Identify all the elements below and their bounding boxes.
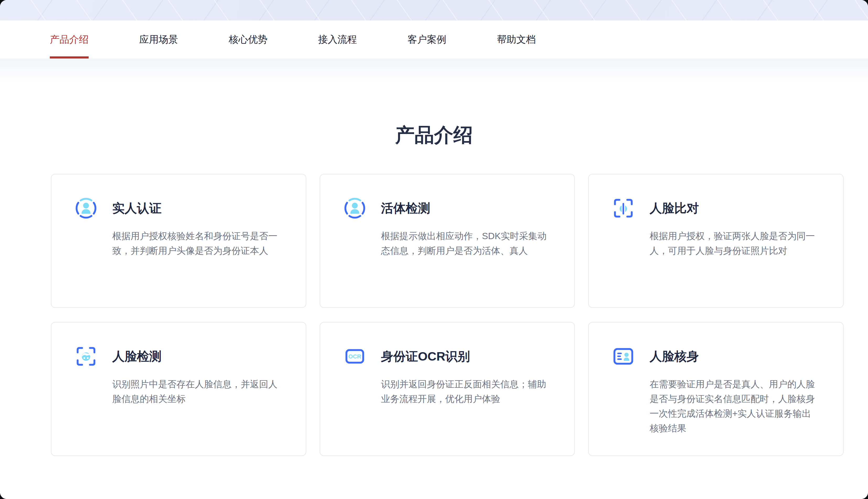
card-description: 在需要验证用户是否是真人、用户的人脸是否与身份证实名信息匹配时，人脸核身一次性完… (650, 377, 820, 436)
card-face-verification[interactable]: 人脸核身 在需要验证用户是否是真人、用户的人脸是否与身份证实名信息匹配时，人脸核… (588, 322, 844, 456)
card-title: 人脸比对 (650, 200, 699, 217)
page-title: 产品介绍 (0, 59, 868, 145)
card-head: OCR 身份证OCR识别 (344, 345, 551, 367)
decorative-header-band (0, 0, 868, 21)
card-title: 实人认证 (112, 200, 161, 217)
card-description: 识别照片中是否存在人脸信息，并返回人脸信息的相关坐标 (112, 377, 283, 406)
tab-product-intro[interactable]: 产品介绍 (50, 21, 89, 59)
tab-help-docs[interactable]: 帮助文档 (497, 21, 536, 59)
card-title: 人脸核身 (650, 348, 699, 365)
card-title: 身份证OCR识别 (381, 348, 470, 365)
card-head: 人脸核身 (612, 345, 820, 367)
card-face-detection[interactable]: 人脸检测 识别照片中是否存在人脸信息，并返回人脸信息的相关坐标 (51, 322, 306, 456)
person-dashed-circle-icon (75, 197, 97, 219)
ocr-badge-icon: OCR (344, 345, 366, 367)
svg-text:OCR: OCR (348, 353, 361, 360)
tab-customer-cases[interactable]: 客户案例 (407, 21, 446, 59)
card-liveness-detection[interactable]: 活体检测 根据提示做出相应动作，SDK实时采集动态信息，判断用户是否为活体、真人 (320, 174, 575, 308)
face-detect-viewfinder-icon (75, 345, 97, 367)
card-title: 人脸检测 (112, 348, 161, 365)
card-description: 识别并返回身份证正反面相关信息；辅助业务流程开展，优化用户体验 (381, 377, 551, 406)
card-head: 实人认证 (75, 197, 283, 219)
card-head: 人脸检测 (75, 345, 283, 367)
face-compare-viewfinder-icon (612, 197, 634, 219)
card-head: 活体检测 (344, 197, 551, 219)
tab-use-cases[interactable]: 应用场景 (139, 21, 178, 59)
tab-core-advantages[interactable]: 核心优势 (229, 21, 268, 59)
card-description: 根据用户授权，验证两张人脸是否为同一人，可用于人脸与身份证照片比对 (650, 229, 820, 258)
card-description: 根据提示做出相应动作，SDK实时采集动态信息，判断用户是否为活体、真人 (381, 229, 551, 258)
card-face-compare[interactable]: 人脸比对 根据用户授权，验证两张人脸是否为同一人，可用于人脸与身份证照片比对 (588, 174, 844, 308)
person-dashed-circle-icon (344, 197, 366, 219)
card-idcard-ocr[interactable]: OCR 身份证OCR识别 识别并返回身份证正反面相关信息；辅助业务流程开展，优化… (320, 322, 575, 456)
product-cards-grid: 实人认证 根据用户授权核验姓名和身份证号是否一致，并判断用户头像是否为身份证本人… (51, 174, 844, 456)
tab-integration-process[interactable]: 接入流程 (318, 21, 357, 59)
id-card-person-icon (612, 345, 634, 367)
product-intro-section: 产品介绍 实人认证 根据用户授权核验姓名和身份证号是否一致，并判断用户头像是否为… (0, 59, 868, 499)
card-description: 根据用户授权核验姓名和身份证号是否一致，并判断用户头像是否为身份证本人 (112, 229, 283, 258)
page-window: 产品介绍 应用场景 核心优势 接入流程 客户案例 帮助文档 产品介绍 (0, 0, 868, 499)
card-title: 活体检测 (381, 200, 430, 217)
section-navbar: 产品介绍 应用场景 核心优势 接入流程 客户案例 帮助文档 (0, 21, 868, 59)
card-head: 人脸比对 (612, 197, 820, 219)
card-real-person-auth[interactable]: 实人认证 根据用户授权核验姓名和身份证号是否一致，并判断用户头像是否为身份证本人 (51, 174, 306, 308)
